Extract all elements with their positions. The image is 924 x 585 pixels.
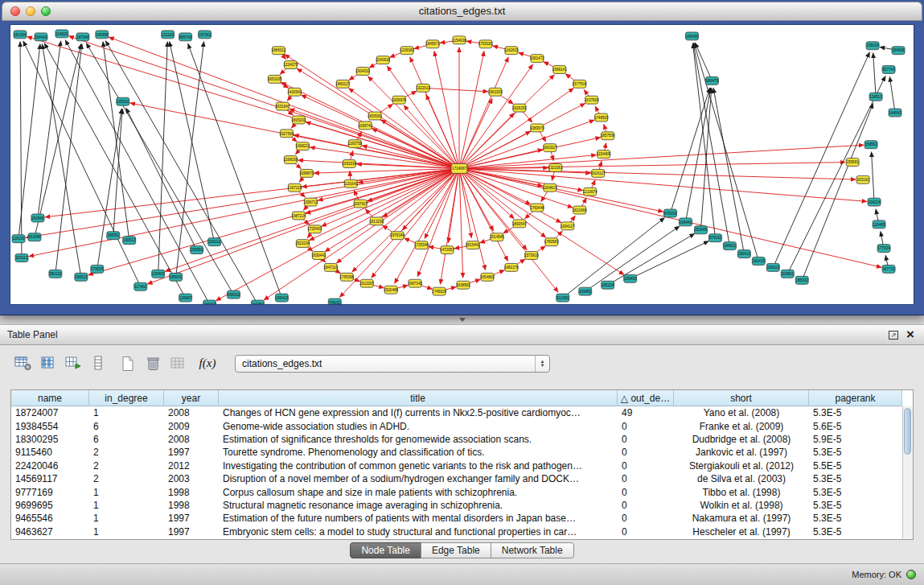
graph-node[interactable]: 104224	[868, 198, 881, 206]
graph-node[interactable]: 1847119	[324, 263, 339, 271]
table-row[interactable]: 946362711997Embryonic stem cells: a mode…	[11, 525, 902, 538]
graph-node[interactable]: 177034	[877, 245, 890, 253]
graph-node[interactable]: 1886012	[271, 47, 285, 55]
graph-node[interactable]: 1210674	[583, 187, 598, 196]
table-row[interactable]: 977716911998Corpus callosum shape and si…	[11, 485, 902, 498]
column-header-in_degree[interactable]: in_degree	[89, 390, 164, 406]
graph-node[interactable]: 159582	[864, 141, 877, 149]
graph-node[interactable]: 1131642	[343, 179, 358, 187]
graph-node[interactable]: 2240618	[376, 56, 390, 64]
graph-node[interactable]: 169452	[579, 287, 592, 295]
graph-node[interactable]: 958102	[228, 290, 240, 299]
graph-edge[interactable]	[459, 113, 515, 168]
graph-node[interactable]: 1577516	[573, 80, 587, 88]
graph-edge[interactable]	[170, 42, 215, 242]
graph-edge[interactable]	[671, 88, 710, 213]
show-columns-button[interactable]	[38, 354, 59, 373]
table-row[interactable]: 969969511998Structural magnetic resonanc…	[11, 499, 902, 512]
graph-edge[interactable]	[44, 43, 185, 298]
graph-node[interactable]: 1760583	[544, 238, 559, 246]
float-panel-icon[interactable]: ↗	[889, 331, 898, 340]
graph-edge[interactable]	[18, 44, 40, 239]
graph-node[interactable]: 183224	[602, 281, 614, 289]
graph-edge[interactable]	[381, 120, 459, 169]
panel-splitter[interactable]	[0, 315, 924, 324]
graph-edge[interactable]	[787, 76, 885, 274]
table-row[interactable]: 1938455462009Genome-wide association stu…	[11, 419, 902, 432]
column-header-short[interactable]: short	[674, 390, 809, 406]
graph-node[interactable]: 1696141	[552, 66, 567, 74]
graph-node[interactable]: 1821660	[573, 206, 587, 214]
graph-node[interactable]: 1154938	[452, 36, 466, 44]
graph-node[interactable]: 1267115	[288, 183, 302, 192]
graph-edge[interactable]	[23, 41, 141, 286]
graph-node[interactable]: 1815203	[291, 116, 306, 124]
graph-edge[interactable]	[42, 44, 80, 278]
graph-edge[interactable]	[105, 41, 257, 304]
graph-node[interactable]: 187348	[76, 33, 89, 41]
graph-node[interactable]: 262669	[31, 214, 44, 222]
graph-node[interactable]: 1420941	[287, 88, 302, 96]
graph-node[interactable]: 197342	[199, 31, 211, 39]
graph-node[interactable]: 865740	[179, 33, 192, 41]
graph-node[interactable]: 159581	[846, 159, 859, 167]
graph-edge[interactable]	[459, 168, 867, 201]
column-header-name[interactable]: name	[11, 390, 89, 406]
graph-node[interactable]: 1162615	[504, 47, 519, 55]
close-panel-icon[interactable]: ×	[906, 330, 914, 340]
graph-node[interactable]: 197354	[251, 300, 264, 304]
graph-edge[interactable]	[322, 168, 459, 226]
graph-node[interactable]: 190412	[737, 250, 750, 258]
graph-node[interactable]: 204193	[203, 300, 216, 304]
vertical-scrollbar[interactable]	[902, 406, 913, 539]
graph-edge[interactable]	[459, 120, 594, 168]
graph-node[interactable]: 190513	[123, 237, 136, 245]
graph-node[interactable]: 1653105	[268, 75, 282, 83]
graph-node[interactable]: 204419	[35, 33, 47, 41]
graph-node[interactable]: 185041	[170, 273, 183, 281]
graph-edge[interactable]	[20, 42, 22, 258]
tab-network-table[interactable]: Network Table	[491, 542, 574, 558]
graph-edge[interactable]	[459, 57, 508, 169]
graph-node[interactable]: 1482276	[504, 263, 519, 271]
graph-node[interactable]: 1306713	[303, 198, 318, 206]
graph-node[interactable]: 1725346	[414, 241, 429, 249]
row-height-button[interactable]	[88, 354, 109, 373]
graph-node[interactable]: 1009978	[392, 96, 406, 104]
graph-node[interactable]: 879192	[708, 234, 721, 242]
graph-node[interactable]: 1199038	[284, 156, 298, 164]
graph-node[interactable]: 1845672	[425, 40, 440, 48]
graph-node[interactable]: 879193	[664, 209, 677, 217]
graph-node[interactable]: 1224079	[283, 61, 298, 69]
graph-node[interactable]: 912450	[556, 294, 569, 302]
graph-node[interactable]: 927743	[882, 66, 895, 74]
graph-node[interactable]: 1608211	[296, 142, 310, 150]
import-table-button[interactable]	[167, 354, 188, 373]
graph-node[interactable]: 1748503	[594, 113, 609, 122]
graph-node[interactable]: 1193758	[347, 140, 362, 148]
graph-node[interactable]: 1616127	[591, 169, 606, 177]
graph-edge[interactable]	[872, 152, 874, 202]
graph-node[interactable]: 1745029	[432, 287, 446, 295]
graph-node[interactable]: 1760448	[530, 204, 544, 212]
graph-node[interactable]: 167732	[882, 265, 895, 273]
graph-node[interactable]: 765432	[328, 299, 341, 304]
graph-node[interactable]: 150513	[75, 273, 88, 281]
graph-node[interactable]: 1927564	[279, 130, 294, 138]
graph-edge[interactable]	[608, 233, 695, 285]
graph-node[interactable]: 152958	[28, 233, 41, 241]
close-window-button[interactable]	[10, 6, 20, 16]
graph-node[interactable]: 1091534	[342, 160, 356, 168]
table-row[interactable]: 946554611997Estimation of the future num…	[11, 512, 902, 525]
graph-edge[interactable]	[459, 168, 531, 204]
new-table-button[interactable]	[117, 354, 138, 373]
graph-node[interactable]: 1520486	[384, 286, 398, 294]
graph-node[interactable]: 110465	[873, 220, 885, 229]
graph-node[interactable]: 181304	[14, 31, 27, 39]
graph-node[interactable]: 163162	[856, 175, 869, 183]
graph-node[interactable]: 1099741	[358, 122, 372, 130]
graph-edge[interactable]	[889, 76, 895, 113]
graph-edge[interactable]	[26, 168, 459, 237]
graph-node[interactable]: 205310	[117, 97, 129, 105]
graph-edge[interactable]	[188, 43, 282, 298]
